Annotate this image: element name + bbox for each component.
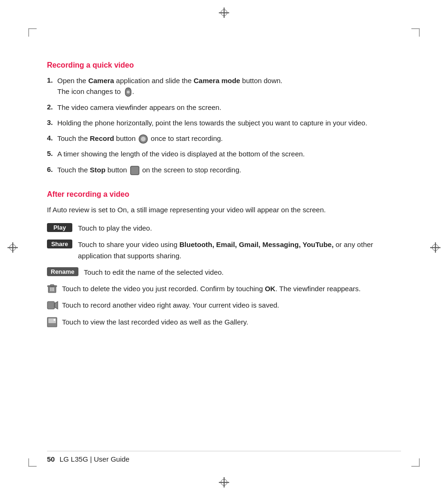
- step-6: 6. Touch the Stop button on the screen t…: [47, 164, 401, 175]
- step-1-num: 1.: [47, 75, 57, 97]
- share-text: Touch to share your video using Bluetoot…: [78, 239, 401, 261]
- crosshair-left: [8, 242, 18, 253]
- section1-heading: Recording a quick video: [47, 61, 401, 70]
- corner-mark-tr: [411, 28, 420, 37]
- action-share: Share Touch to share your video using Bl…: [47, 239, 401, 261]
- gallery-icon: [47, 317, 57, 327]
- step-list: 1. Open the Camera application and slide…: [47, 75, 401, 175]
- step-1: 1. Open the Camera application and slide…: [47, 75, 401, 97]
- step-5-text: A timer showing the length of the video …: [57, 148, 401, 159]
- corner-mark-tl: [28, 28, 37, 37]
- footer-title: LG L35G | User Guide: [60, 455, 130, 463]
- record-button-icon: [139, 134, 148, 144]
- video-record-icon: [47, 300, 58, 310]
- svg-rect-7: [50, 285, 54, 286]
- step-5-num: 5.: [47, 148, 57, 159]
- crosshair-right: [430, 242, 440, 253]
- footer: 50 LG L35G | User Guide: [47, 451, 401, 463]
- gallery-icon-wrap: [47, 317, 62, 327]
- action-record-another: Touch to record another video right away…: [47, 300, 401, 310]
- gallery-text: Touch to view the last recorded video as…: [62, 317, 401, 327]
- delete-text: Touch to delete the video you just recor…: [62, 283, 401, 294]
- svg-point-16: [54, 319, 55, 321]
- crosshair-bottom: [219, 477, 229, 487]
- rename-badge: Rename: [47, 267, 78, 276]
- step-3: 3. Holding the phone horizontally, point…: [47, 117, 401, 128]
- step-6-num: 6.: [47, 164, 57, 175]
- play-badge: Play: [47, 223, 72, 232]
- action-play: Play Touch to play the video.: [47, 223, 401, 233]
- svg-rect-11: [47, 302, 54, 309]
- step-3-text: Holding the phone horizontally, point th…: [57, 117, 401, 128]
- step-3-num: 3.: [47, 117, 57, 128]
- trash-icon-wrap: [47, 284, 62, 294]
- section-after-recording: After recording a video If Auto review i…: [47, 190, 401, 327]
- action-gallery: Touch to view the last recorded video as…: [47, 317, 401, 327]
- trash-icon: [47, 284, 57, 294]
- svg-point-1: [126, 90, 130, 94]
- step-4-text: Touch the Record button once to start re…: [57, 133, 401, 144]
- share-badge: Share: [47, 240, 72, 248]
- step-2-text: The video camera viewfinder appears on t…: [57, 102, 401, 113]
- crosshair-top: [219, 8, 229, 18]
- camera-mode-icon: [124, 87, 132, 97]
- corner-mark-br: [411, 458, 420, 467]
- action-rename: Rename Touch to edit the name of the sel…: [47, 267, 401, 278]
- action-delete: Touch to delete the video you just recor…: [47, 283, 401, 294]
- step-4: 4. Touch the Record button once to start…: [47, 133, 401, 144]
- section-recording: Recording a quick video 1. Open the Came…: [47, 61, 401, 175]
- page-number: 50: [47, 455, 55, 463]
- rename-text: Touch to edit the name of the selected v…: [84, 267, 401, 278]
- stop-button-icon: [130, 166, 139, 175]
- step-5: 5. A timer showing the length of the vid…: [47, 148, 401, 159]
- step-2-num: 2.: [47, 102, 57, 113]
- after-recording-intro: If Auto review is set to On, a still ima…: [47, 204, 401, 215]
- page-content: Recording a quick video 1. Open the Came…: [47, 61, 401, 448]
- corner-mark-bl: [28, 458, 37, 467]
- svg-point-3: [141, 137, 146, 141]
- record-icon-wrap: [47, 300, 62, 310]
- svg-rect-4: [131, 166, 139, 175]
- step-4-num: 4.: [47, 133, 57, 144]
- step-6-text: Touch the Stop button on the screen to s…: [57, 164, 401, 175]
- svg-marker-12: [54, 302, 58, 309]
- step-1-text: Open the Camera application and slide th…: [57, 75, 401, 97]
- record-another-text: Touch to record another video right away…: [62, 300, 401, 310]
- play-text: Touch to play the video.: [78, 223, 401, 233]
- step-2: 2. The video camera viewfinder appears o…: [47, 102, 401, 113]
- section2-heading: After recording a video: [47, 190, 401, 199]
